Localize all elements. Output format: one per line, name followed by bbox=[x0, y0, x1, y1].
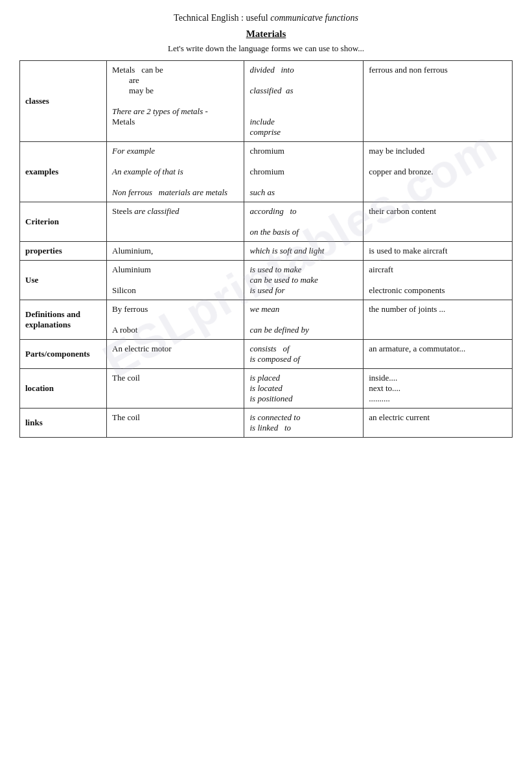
object-location: inside.... next to.... .......... bbox=[364, 369, 513, 409]
subject-classes: Metals can be are may be There are 2 typ… bbox=[107, 61, 244, 142]
verb-parts: consists of is composed of bbox=[244, 340, 364, 369]
subject-properties: Aluminium, bbox=[107, 242, 244, 261]
verb-criterion: according to on the basis of bbox=[244, 202, 364, 242]
label-definitions: Definitions and explanations bbox=[20, 300, 107, 340]
label-criterion: Criterion bbox=[20, 202, 107, 242]
object-classes: ferrous and non ferrous bbox=[364, 61, 513, 142]
verb-use: is used to make can be used to make is u… bbox=[244, 261, 364, 300]
label-properties: properties bbox=[20, 242, 107, 261]
object-properties: is used to make aircraft bbox=[364, 242, 513, 261]
subject-parts: An electric motor bbox=[107, 340, 244, 369]
object-use: aircraft electronic components bbox=[364, 261, 513, 300]
title-italic: communicatve functions bbox=[270, 13, 358, 23]
label-use: Use bbox=[20, 261, 107, 300]
page-header: Technical English : useful communicatve … bbox=[19, 13, 513, 54]
title-normal: Technical English : useful bbox=[174, 13, 270, 23]
object-examples: may be included copper and bronze. bbox=[364, 142, 513, 202]
page-subtitle: Materials bbox=[19, 29, 513, 40]
object-links: an electric current bbox=[364, 409, 513, 438]
subject-location: The coil bbox=[107, 369, 244, 409]
table-row: examples For example An example of that … bbox=[20, 142, 513, 202]
label-location: location bbox=[20, 369, 107, 409]
table-row: Parts/components An electric motor consi… bbox=[20, 340, 513, 369]
table-row: Definitions and explanations By ferrous … bbox=[20, 300, 513, 340]
verb-definitions: we mean can be defined by bbox=[244, 300, 364, 340]
verb-links: is connected to is linked to bbox=[244, 409, 364, 438]
table-row: Criterion Steels are classified accordin… bbox=[20, 202, 513, 242]
label-classes: classes bbox=[20, 61, 107, 142]
label-parts: Parts/components bbox=[20, 340, 107, 369]
main-table: classes Metals can be are may be There a… bbox=[19, 60, 513, 438]
object-parts: an armature, a commutator... bbox=[364, 340, 513, 369]
page-title: Technical English : useful communicatve … bbox=[19, 13, 513, 23]
object-criterion: their carbon content bbox=[364, 202, 513, 242]
verb-classes: divided into classified as include compr… bbox=[244, 61, 364, 142]
subject-definitions: By ferrous A robot bbox=[107, 300, 244, 340]
verb-examples: chromium chromium such as bbox=[244, 142, 364, 202]
object-definitions: the number of joints ... bbox=[364, 300, 513, 340]
table-row: Use Aluminium Silicon is used to make ca… bbox=[20, 261, 513, 300]
subject-use: Aluminium Silicon bbox=[107, 261, 244, 300]
label-links: links bbox=[20, 409, 107, 438]
table-row: location The coil is placed is located i… bbox=[20, 369, 513, 409]
subject-criterion: Steels are classified bbox=[107, 202, 244, 242]
table-row: properties Aluminium, which is soft and … bbox=[20, 242, 513, 261]
label-examples: examples bbox=[20, 142, 107, 202]
verb-location: is placed is located is positioned bbox=[244, 369, 364, 409]
subject-links: The coil bbox=[107, 409, 244, 438]
subject-examples: For example An example of that is Non fe… bbox=[107, 142, 244, 202]
table-row: classes Metals can be are may be There a… bbox=[20, 61, 513, 142]
verb-properties: which is soft and light bbox=[244, 242, 364, 261]
table-row: links The coil is connected to is linked… bbox=[20, 409, 513, 438]
intro-text: Let's write down the language forms we c… bbox=[19, 43, 513, 54]
